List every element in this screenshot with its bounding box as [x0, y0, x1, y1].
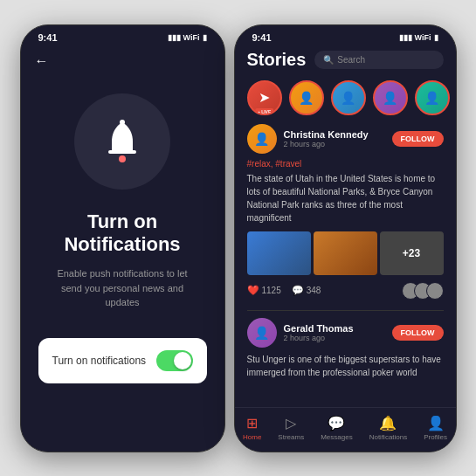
story-avatar-5: 👤 [415, 80, 450, 115]
right-phone: 9:41 ▮▮▮ WiFi ▮ Stories 🔍 Search ➤ ● LIV… [234, 24, 457, 452]
post-1-images: +23 [247, 231, 444, 275]
bell-circle [74, 93, 170, 190]
notifications-toggle[interactable] [156, 350, 193, 371]
story-avatar-4: 👤 [373, 80, 408, 115]
post-1-image-1 [247, 231, 311, 275]
right-status-bar: 9:41 ▮▮▮ WiFi ▮ [235, 25, 456, 46]
toggle-label: Turn on notifications [52, 355, 147, 367]
post-1-viewer-avatars [407, 282, 444, 300]
nav-streams[interactable]: ▷ Streams [278, 415, 304, 441]
post-2-follow-button[interactable]: FOLLOW [392, 325, 444, 341]
stories-row: ➤ ● LIVE 👤 👤 👤 👤 [235, 77, 456, 124]
back-button[interactable]: ← [21, 46, 224, 76]
profiles-icon: 👤 [427, 415, 445, 431]
nav-messages[interactable]: 💬 Messages [321, 415, 352, 441]
post-1-user-row: 👤 Christina Kennedy 2 hours ago FOLLOW [247, 124, 444, 154]
send-icon: ➤ [259, 89, 270, 106]
profiles-label: Profiles [424, 433, 447, 441]
left-time: 9:41 [38, 32, 58, 43]
svg-point-1 [119, 155, 126, 162]
search-box[interactable]: 🔍 Search [314, 51, 443, 69]
post-1-stats: ❤️ 1125 💬 348 [247, 282, 444, 300]
messages-label: Messages [321, 433, 352, 441]
post-1-comments: 💬 348 [292, 285, 321, 296]
messages-icon: 💬 [328, 415, 345, 431]
bell-icon [96, 115, 148, 168]
viewer-avatar-3 [426, 282, 444, 300]
story-item-5[interactable]: 👤 [415, 80, 450, 115]
post-1-text: The state of Utah in the United States i… [247, 172, 444, 224]
svg-rect-2 [120, 120, 125, 125]
right-time: 9:41 [252, 32, 272, 43]
story-item-3[interactable]: 👤 [331, 80, 366, 115]
post-1-time: 2 hours ago [284, 140, 369, 148]
svg-rect-0 [108, 150, 136, 154]
streams-label: Streams [278, 433, 304, 441]
post-2-time: 2 hours ago [284, 334, 354, 342]
battery-icon: ▮ [203, 33, 207, 42]
story-avatar-2: 👤 [289, 80, 324, 115]
live-avatar: ➤ ● LIVE [247, 80, 282, 115]
nav-notifications[interactable]: 🔔 Notifications [369, 415, 408, 441]
post-1-tags: #relax, #travel [247, 159, 444, 169]
post-1-avatar-icon: 👤 [254, 132, 269, 146]
live-badge: ● LIVE [255, 108, 274, 115]
story-item-2[interactable]: 👤 [289, 80, 324, 115]
post-2-user-info: 👤 Gerald Thomas 2 hours ago [247, 318, 354, 348]
right-signal-icon: ▮▮▮ [399, 33, 412, 42]
post-1: 👤 Christina Kennedy 2 hours ago FOLLOW #… [247, 124, 444, 300]
notifications-icon: 🔔 [379, 415, 397, 431]
notification-description: Enable push notifications to let send yo… [38, 266, 207, 310]
person-icon-4: 👤 [383, 91, 397, 105]
person-icon-2: 👤 [299, 91, 314, 105]
story-avatar-3: 👤 [331, 80, 366, 115]
left-phone: 9:41 ▮▮▮ WiFi ▮ ← Turn on Notifications [20, 24, 225, 452]
stories-header: Stories 🔍 Search [235, 46, 456, 77]
bottom-nav: ⊞ Home ▷ Streams 💬 Messages 🔔 Notificati… [235, 407, 456, 452]
post-2-user-row: 👤 Gerald Thomas 2 hours ago FOLLOW [247, 318, 444, 348]
person-icon-3: 👤 [341, 91, 355, 105]
post-2-username: Gerald Thomas [284, 323, 354, 334]
comment-icon: 💬 [292, 285, 304, 296]
post-2-text: Stu Unger is one of the biggest supersta… [247, 353, 444, 379]
phones-container: 9:41 ▮▮▮ WiFi ▮ ← Turn on Notifications [20, 24, 457, 452]
post-1-likes: ❤️ 1125 [247, 285, 281, 296]
post-1-follow-button[interactable]: FOLLOW [392, 131, 444, 147]
person-icon-5: 👤 [424, 91, 439, 105]
right-wifi-icon: WiFi [415, 33, 431, 42]
right-battery-icon: ▮ [434, 33, 438, 42]
post-1-image-2 [314, 231, 377, 275]
post-1-stats-left: ❤️ 1125 💬 348 [247, 285, 321, 296]
post-2-user-text: Gerald Thomas 2 hours ago [284, 323, 354, 342]
story-item-4[interactable]: 👤 [373, 80, 408, 115]
streams-icon: ▷ [286, 415, 296, 431]
post-1-image-more: +23 [380, 231, 444, 275]
home-label: Home [243, 433, 261, 441]
right-status-icons: ▮▮▮ WiFi ▮ [399, 33, 438, 42]
post-2-avatar: 👤 [247, 318, 277, 348]
toggle-card: Turn on notifications [38, 338, 207, 383]
post-1-user-info: 👤 Christina Kennedy 2 hours ago [247, 124, 369, 154]
post-2-avatar-icon: 👤 [254, 326, 269, 340]
home-icon: ⊞ [246, 415, 258, 431]
stories-title: Stories [247, 50, 307, 70]
heart-icon: ❤️ [247, 285, 259, 296]
notification-content: Turn on Notifications Enable push notifi… [21, 76, 224, 383]
left-status-icons: ▮▮▮ WiFi ▮ [168, 33, 207, 42]
story-live[interactable]: ➤ ● LIVE [247, 80, 282, 115]
post-1-username: Christina Kennedy [284, 129, 369, 140]
signal-icon: ▮▮▮ [168, 33, 181, 42]
feed-divider [247, 310, 444, 311]
notifications-label: Notifications [369, 433, 408, 441]
feed-scroll: 👤 Christina Kennedy 2 hours ago FOLLOW #… [235, 124, 456, 407]
post-2: 👤 Gerald Thomas 2 hours ago FOLLOW Stu U… [247, 318, 444, 379]
left-status-bar: 9:41 ▮▮▮ WiFi ▮ [21, 25, 224, 46]
notification-title: Turn on Notifications [64, 210, 180, 257]
nav-profiles[interactable]: 👤 Profiles [424, 415, 447, 441]
post-1-avatar: 👤 [247, 124, 277, 154]
search-placeholder: Search [337, 55, 365, 65]
nav-home[interactable]: ⊞ Home [243, 415, 261, 441]
post-1-user-text: Christina Kennedy 2 hours ago [284, 129, 369, 148]
wifi-icon: WiFi [183, 33, 200, 42]
search-icon: 🔍 [323, 55, 334, 65]
